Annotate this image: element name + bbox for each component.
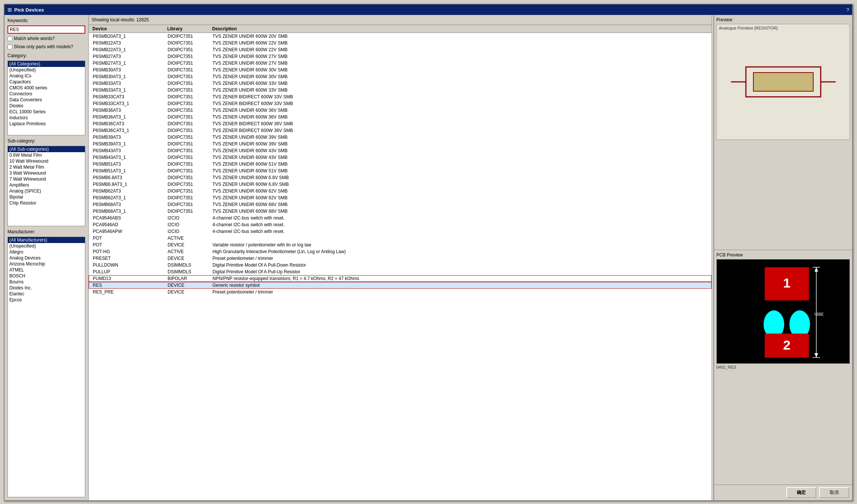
table-row[interactable]: P6SMB27AT3DIOIPC7351TVS ZENER UNIDIR 600… <box>89 53 711 60</box>
subcategory-item[interactable]: Analog (SPICE) <box>8 188 85 194</box>
pick-devices-dialog: ⊞ Pick Devices ? Keywords: Match whole w… <box>4 4 853 501</box>
category-item[interactable]: Inductors <box>8 115 85 121</box>
table-row[interactable]: P6SMB43AT3_1DIOIPC7351TVS ZENER UNIDIR 6… <box>89 154 711 161</box>
description-cell: TVS ZENER BIDIRECT 600W 33V SMB <box>212 101 708 106</box>
manufacturer-item[interactable]: BOSCH <box>8 273 85 279</box>
subcategory-item[interactable]: Chip Resistor <box>8 200 85 206</box>
keywords-input[interactable] <box>7 25 85 34</box>
table-row[interactable]: P6SMB20AT3_1DIOIPC7351TVS ZENER UNIDIR 6… <box>89 33 711 40</box>
manufacturer-item[interactable]: Diodes Inc. <box>8 285 85 291</box>
table-row[interactable]: PCA9546APWI2CIO4-channel I2C-bus switch … <box>89 228 711 235</box>
table-row[interactable]: P6SMB33AT3_1DIOIPC7351TVS ZENER UNIDIR 6… <box>89 87 711 93</box>
table-row[interactable]: P6SMB33CAT3DIOIPC7351TVS ZENER BIDIRECT … <box>89 93 711 100</box>
table-row[interactable]: P6SMB36CAT3DIOIPC7351TVS ZENER BIDIRECT … <box>89 120 711 127</box>
category-list[interactable]: (All Categories)(Unspecified)Analog ICsC… <box>7 61 85 135</box>
category-item[interactable]: CMOS 4000 series <box>8 85 85 91</box>
category-item[interactable]: (All Categories) <box>8 61 85 67</box>
help-button[interactable]: ? <box>847 7 849 13</box>
table-row[interactable]: P6SMB33AT3DIOIPC7351TVS ZENER UNIDIR 600… <box>89 80 711 87</box>
table-row[interactable]: P6SMB51AT3DIOIPC7351TVS ZENER UNIDIR 600… <box>89 161 711 168</box>
category-item[interactable]: Analog ICs <box>8 73 85 79</box>
device-cell: RES_PRE <box>92 289 167 295</box>
description-cell: TVS ZENER UNIDIR 600W 33V SMB <box>212 87 708 93</box>
bottom-bar: 确定 取消 <box>714 485 852 500</box>
table-row[interactable]: PRESETDEVICEPreset potentiometer / trimm… <box>89 255 711 262</box>
category-label: Category: <box>7 53 85 58</box>
manufacturer-item[interactable]: Arizona Microchip <box>8 261 85 267</box>
device-cell: POT-HG <box>92 249 167 254</box>
device-cell: PCA9546ABS <box>92 215 167 221</box>
table-row[interactable]: P6SMB43AT3DIOIPC7351TVS ZENER UNIDIR 600… <box>89 147 711 154</box>
cancel-button[interactable]: 取消 <box>819 487 849 498</box>
category-item[interactable]: Laplace Primitives <box>8 121 85 127</box>
manufacturer-item[interactable]: Epcos <box>8 297 85 303</box>
table-row[interactable]: P6SMB62AT3_1DIOIPC7351TVS ZENER UNIDIR 6… <box>89 194 711 201</box>
subcategory-item[interactable]: Bipolar <box>8 194 85 200</box>
match-whole-words-checkbox[interactable] <box>7 36 12 41</box>
table-row[interactable]: PULLDOWNDSIMMDLSDigital Primitive Model … <box>89 262 711 268</box>
manufacturer-item[interactable]: Bourns <box>8 279 85 285</box>
manufacturer-list[interactable]: (All Manufacturers)(Unspecified)AllegroA… <box>7 237 85 497</box>
table-row[interactable]: P6SMB39AT3DIOIPC7351TVS ZENER UNIDIR 600… <box>89 134 711 141</box>
manufacturer-item[interactable]: Allegro <box>8 249 85 255</box>
subcategory-item[interactable]: 0.6W Metal Film <box>8 152 85 158</box>
manufacturer-item[interactable]: ATMEL <box>8 267 85 273</box>
manufacturer-item[interactable]: Analog Devices <box>8 255 85 261</box>
table-row[interactable]: RES_PREDEVICEPreset potentiometer / trim… <box>89 289 711 295</box>
category-item[interactable]: Connectors <box>8 91 85 97</box>
table-row[interactable]: P6SMB30AT3_1DIOIPC7351TVS ZENER UNIDIR 6… <box>89 73 711 80</box>
table-row[interactable]: P6SMB27AT3_1DIOIPC7351TVS ZENER UNIDIR 6… <box>89 60 711 67</box>
table-row[interactable]: RESDEVICEGeneric resistor symbol <box>89 282 711 289</box>
description-cell: TVS ZENER UNIDIR 600W 33V SMB <box>212 81 708 86</box>
table-row[interactable]: POTDEVICEVariable resistor / potentiomet… <box>89 242 711 248</box>
table-row[interactable]: POTACTIVE <box>89 235 711 242</box>
device-cell: PUMD13 <box>92 276 167 281</box>
preview-canvas-label: Analogue Primitive [RESISTOR] <box>719 26 778 30</box>
subcategory-item[interactable]: (All Sub-categories) <box>8 146 85 152</box>
svg-text:2: 2 <box>783 337 790 352</box>
manufacturer-item[interactable]: Elantec <box>8 291 85 297</box>
category-item[interactable]: Data Converters <box>8 97 85 103</box>
table-row[interactable]: P6SMB51AT3_1DIOIPC7351TVS ZENER UNIDIR 6… <box>89 168 711 174</box>
table-row[interactable]: P6SMB22AT3_1DIOIPC7351TVS ZENER UNIDIR 6… <box>89 46 711 53</box>
table-row[interactable]: P6SMB62AT3DIOIPC7351TVS ZENER UNIDIR 600… <box>89 188 711 194</box>
table-row[interactable]: P6SMB36AT3_1DIOIPC7351TVS ZENER UNIDIR 6… <box>89 114 711 120</box>
table-row[interactable]: PUMD13BIPOLARNPN/PNP resistor-equipped t… <box>89 275 711 282</box>
table-row[interactable]: P6SMB33CAT3_1DIOIPC7351TVS ZENER BIDIREC… <box>89 100 711 107</box>
category-item[interactable]: ECL 10000 Series <box>8 109 85 115</box>
table-row[interactable]: PCA9546ABSI2CIO4-channel I2C-bus switch … <box>89 215 711 221</box>
table-row[interactable]: PCA9546ADI2CIO4-channel I2C-bus switch w… <box>89 221 711 228</box>
category-item[interactable]: Capacitors <box>8 79 85 85</box>
subcategory-item[interactable]: Amplifiers <box>8 182 85 188</box>
subcategory-list[interactable]: (All Sub-categories)0.6W Metal Film10 Wa… <box>7 146 85 226</box>
description-cell: Digital Primitive Model Of A Pull-Up Res… <box>212 269 708 274</box>
table-row[interactable]: P6SMB39AT3_1DIOIPC7351TVS ZENER UNIDIR 6… <box>89 141 711 147</box>
category-item[interactable]: (Unspecified) <box>8 67 85 73</box>
table-row[interactable]: P6SMB36AT3DIOIPC7351TVS ZENER UNIDIR 600… <box>89 107 711 114</box>
manufacturer-item[interactable]: (All Manufacturers) <box>8 237 85 243</box>
table-body[interactable]: P6SMB20AT3_1DIOIPC7351TVS ZENER UNIDIR 6… <box>89 33 711 500</box>
table-row[interactable]: P6SMB36CAT3_1DIOIPC7351TVS ZENER BIDIREC… <box>89 127 711 134</box>
table-row[interactable]: P6SMB30AT3DIOIPC7351TVS ZENER UNIDIR 600… <box>89 67 711 73</box>
table-row[interactable]: POT-HGACTIVEHigh Granularity Interactive… <box>89 248 711 255</box>
device-cell: POT <box>92 242 167 248</box>
subcategory-item[interactable]: 7 Watt Wirewound <box>8 176 85 182</box>
description-cell: TVS ZENER UNIDIR 600W 62V SMB <box>212 195 708 200</box>
category-item[interactable]: Diodes <box>8 103 85 109</box>
ok-button[interactable]: 确定 <box>786 487 816 498</box>
table-row[interactable]: P6SMB68AT3DIOIPC7351TVS ZENER UNIDIR 600… <box>89 201 711 208</box>
table-row[interactable]: P6SMB68AT3_1DIOIPC7351TVS ZENER UNIDIR 6… <box>89 208 711 215</box>
subcategory-item[interactable]: 10 Watt Wirewound <box>8 158 85 164</box>
table-row[interactable]: P6SMB6.8AT3DIOIPC7351TVS ZENER UNIDIR 60… <box>89 174 711 181</box>
description-cell: Generic resistor symbol <box>212 283 708 288</box>
description-cell: TVS ZENER UNIDIR 600W 51V SMB <box>212 162 708 167</box>
library-cell: DIOIPC7351 <box>167 87 212 93</box>
subcategory-item[interactable]: 3 Watt Wirewound <box>8 170 85 176</box>
table-row[interactable]: P6SMB22AT3DIOIPC7351TVS ZENER UNIDIR 600… <box>89 40 711 46</box>
library-cell: I2CIO <box>167 229 212 234</box>
table-row[interactable]: PULLUPDSIMMDLSDigital Primitive Model Of… <box>89 268 711 275</box>
manufacturer-item[interactable]: (Unspecified) <box>8 243 85 249</box>
table-row[interactable]: P6SMB6.8AT3_1DIOIPC7351TVS ZENER UNIDIR … <box>89 181 711 188</box>
subcategory-item[interactable]: 2 Watt Metal Film <box>8 164 85 170</box>
show-only-models-checkbox[interactable] <box>7 44 12 49</box>
